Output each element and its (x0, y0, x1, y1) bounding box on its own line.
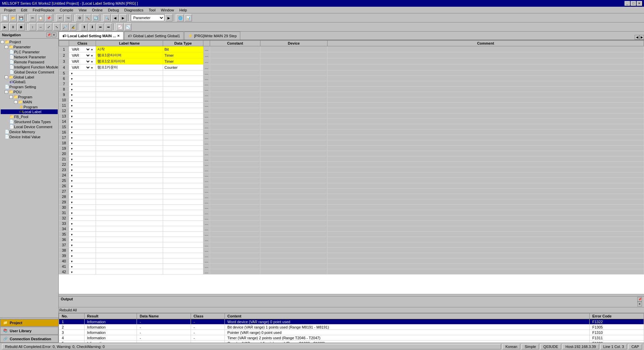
class-select-1[interactable]: VAR (70, 47, 91, 52)
cell-class-9[interactable]: ▼ (69, 92, 96, 97)
tb2-btn4[interactable]: ↕ (29, 23, 36, 31)
cell-comment-11[interactable] (328, 103, 644, 108)
cell-label-17[interactable] (96, 135, 163, 140)
close-window-button[interactable]: ✕ (637, 1, 642, 6)
cell-comment-27[interactable] (328, 189, 644, 194)
nav-plc-parameter[interactable]: 📄 PLC Parameter (1, 49, 58, 54)
cell-class-32[interactable]: ▼ (69, 215, 96, 221)
cell-datatype-26[interactable] (163, 183, 203, 189)
dd-arrow-37[interactable]: ▼ (70, 244, 73, 247)
tb2-btn10[interactable]: ⬆ (81, 23, 88, 31)
cell-label-20[interactable] (96, 151, 163, 156)
cell-class-14[interactable]: ▼ (69, 119, 96, 124)
cell-comment-25[interactable] (328, 178, 644, 183)
cell-comment-9[interactable] (328, 92, 644, 97)
project-toggle[interactable]: - (1, 40, 4, 44)
cell-class-20[interactable]: ▼ (69, 151, 96, 156)
dd-arrow-18[interactable]: ▼ (70, 142, 73, 145)
cell-datatype-22[interactable] (163, 162, 203, 167)
cell-datatype-38[interactable] (163, 248, 203, 253)
dd-arrow-21[interactable]: ▼ (70, 158, 73, 161)
cell-comment-8[interactable] (328, 87, 644, 92)
tb2-btn11[interactable]: ⬇ (89, 23, 96, 31)
cell-datatype-42[interactable] (163, 269, 203, 274)
menu-findreplace[interactable]: Find/Replace (30, 7, 57, 13)
cell-class-41[interactable]: ▼ (69, 264, 96, 269)
dd-arrow-31[interactable]: ▼ (70, 212, 73, 215)
cell-comment-42[interactable] (328, 269, 644, 274)
pou-toggle[interactable]: - (5, 90, 8, 94)
cell-datatype-23[interactable] (163, 167, 203, 172)
cell-class-36[interactable]: ▼ (69, 237, 96, 242)
nav-structured-data-types[interactable]: 📄 Structured Data Types (1, 119, 58, 124)
cell-datatype-34[interactable] (163, 226, 203, 232)
cell-datatype-35[interactable] (163, 232, 203, 237)
output-row-2[interactable]: 2 Information - - Bit device (VAR range)… (59, 324, 644, 330)
find-button[interactable]: 🔍 (103, 14, 111, 21)
menu-compile[interactable]: Compile (57, 7, 76, 13)
tb2-btn5[interactable]: ↔ (37, 23, 44, 31)
cell-comment-39[interactable] (328, 253, 644, 258)
dd-arrow-42[interactable]: ▼ (70, 271, 73, 274)
dd-arrow-15[interactable]: ▼ (70, 126, 73, 129)
cell-datatype-18[interactable] (163, 140, 203, 146)
tb2-btn1[interactable]: ▶ (1, 23, 9, 31)
dd-arrow-38[interactable]: ▼ (70, 249, 73, 252)
cell-datatype-11[interactable] (163, 103, 203, 108)
cell-comment-10[interactable] (328, 97, 644, 103)
cell-class-10[interactable]: ▼ (69, 97, 96, 103)
cell-comment-38[interactable] (328, 248, 644, 253)
main-toggle[interactable]: - (14, 100, 17, 104)
cell-datatype-8[interactable] (163, 87, 203, 92)
cell-comment-18[interactable] (328, 140, 644, 146)
cell-label-25[interactable] (96, 178, 163, 183)
dd-arrow-39[interactable]: ▼ (70, 255, 73, 258)
cell-class-18[interactable]: ▼ (69, 140, 96, 146)
cell-label-33[interactable] (96, 221, 163, 226)
tb2-btn6[interactable]: ⤢ (45, 23, 52, 31)
save-button[interactable]: 💾 (17, 14, 25, 21)
dd-arrow-30[interactable]: ▼ (70, 206, 73, 209)
nav-network-parameter[interactable]: 📄 Network Parameter (1, 54, 58, 59)
cell-datatype-19[interactable] (163, 146, 203, 151)
cell-comment-3[interactable] (328, 58, 644, 64)
cell-datatype-28[interactable] (163, 194, 203, 199)
nav-global-device-comment[interactable]: 📄 Global Device Comment (1, 69, 58, 74)
redo-button[interactable]: ↪ (64, 14, 72, 21)
cell-comment-35[interactable] (328, 232, 644, 237)
cell-datatype-14[interactable] (163, 119, 203, 124)
cell-datatype-4[interactable]: Counter (163, 64, 203, 70)
tb2-btn15[interactable]: 📉 (124, 23, 132, 31)
nav-pou[interactable]: - 📁 POU (1, 89, 58, 94)
cell-class-1[interactable]: VAR▼ (69, 46, 96, 52)
cell-datatype-7[interactable] (163, 81, 203, 87)
cell-datatype-2[interactable]: Timer (163, 52, 203, 58)
tab-arrow-left[interactable]: ◀ (635, 35, 639, 40)
cell-class-11[interactable]: ▼ (69, 103, 96, 108)
cell-label-41[interactable] (96, 264, 163, 269)
cell-label-35[interactable] (96, 232, 163, 237)
cell-class-26[interactable]: ▼ (69, 183, 96, 189)
dd-arrow-14[interactable]: ▼ (70, 120, 73, 123)
cell-datatype-32[interactable] (163, 215, 203, 221)
dropdown-go-button[interactable]: ▶ (165, 14, 172, 21)
cell-datatype-5[interactable] (163, 70, 203, 76)
cell-comment-34[interactable] (328, 226, 644, 232)
dd-arrow-11[interactable]: ▼ (70, 104, 73, 107)
dd-arrow-33[interactable]: ▼ (70, 222, 73, 226)
cell-label-13[interactable] (96, 113, 163, 119)
cell-label-14[interactable] (96, 119, 163, 124)
cell-datatype-41[interactable] (163, 264, 203, 269)
cell-class-35[interactable]: ▼ (69, 232, 96, 237)
output-row-3[interactable]: 3 Information - - Pointer (VAR range) 0 … (59, 330, 644, 335)
tb2-btn9[interactable]: 🔏 (69, 23, 77, 31)
cell-comment-14[interactable] (328, 119, 644, 124)
tab-prg-write[interactable]: ⚡ [PRG]Write MAIN 29 Step (184, 32, 240, 40)
dd-arrow-13[interactable]: ▼ (70, 115, 73, 118)
open-button[interactable]: 📂 (9, 14, 17, 21)
cell-class-30[interactable]: ▼ (69, 205, 96, 210)
cell-label-10[interactable] (96, 97, 163, 103)
nav-main[interactable]: - 📁 MAIN (1, 99, 58, 104)
output-close-button[interactable]: ✕ (637, 302, 642, 306)
cell-class-37[interactable]: ▼ (69, 242, 96, 248)
